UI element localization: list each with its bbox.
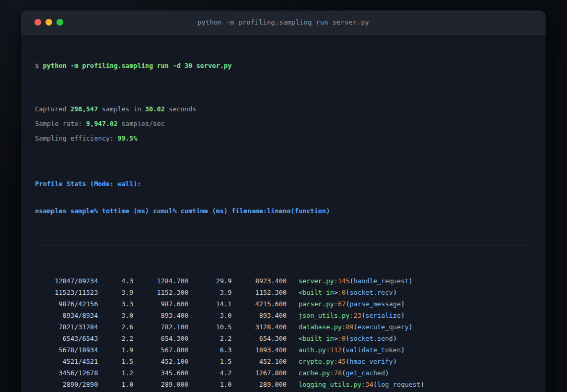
profile-table: 12847/89234 4.3 1284.700 29.9 8923.400 s… (35, 275, 531, 390)
capture-stat-line: Captured 298,547 samples in 30.02 second… (35, 102, 531, 117)
capture-stats: Captured 298,547 samples in 30.02 second… (35, 102, 531, 146)
profile-table-row: 9876/42156 3.3 987.600 14.1 4215.600 par… (35, 298, 531, 310)
window-controls (34, 10, 63, 34)
minimize-button[interactable] (45, 19, 52, 26)
terminal-window: python -m profiling.sampling run server.… (21, 10, 546, 392)
capture-stat-line: Sampling efficiency: 99.5% (35, 131, 531, 146)
close-button[interactable] (34, 19, 41, 26)
profile-stats-title: Profile Stats (Mode: wall): (35, 178, 531, 190)
command-line: $ python -m profiling.sampling run -d 30… (35, 59, 531, 73)
profile-table-row: 12847/89234 4.3 1284.700 29.9 8923.400 s… (35, 275, 531, 287)
profile-table-row: 3456/12678 1.2 345.600 4.2 1267.800 cach… (35, 367, 531, 379)
window-titlebar[interactable]: python -m profiling.sampling run server.… (21, 10, 546, 34)
capture-stat-line: Sample rate: 9,947.02 samples/sec (35, 117, 531, 131)
table-separator (35, 246, 531, 246)
window-title: python -m profiling.sampling run server.… (198, 18, 369, 26)
profile-table-header: nsamples sample% tottime (ms) cumul% cum… (35, 205, 531, 217)
profile-table-row: 5678/18934 1.9 567.800 6.3 1893.400 auth… (35, 344, 531, 356)
terminal-output: $ python -m profiling.sampling run -d 30… (21, 34, 546, 392)
profile-table-row: 2890/2890 1.0 289.000 1.0 289.000 loggin… (35, 379, 531, 390)
profile-table-row: 7821/31284 2.6 782.100 10.5 3128.400 dat… (35, 321, 531, 333)
profile-table-row: 11523/11523 3.9 1152.300 3.9 1152.300 <b… (35, 287, 531, 298)
profile-table-row: 4521/4521 1.5 452.100 1.5 452.100 crypto… (35, 356, 531, 367)
profile-table-row: 6543/6543 2.2 654.300 2.2 654.300 <built… (35, 333, 531, 344)
maximize-button[interactable] (56, 19, 63, 26)
profile-table-row: 8934/8934 3.0 893.400 3.0 893.400 json_u… (35, 310, 531, 321)
